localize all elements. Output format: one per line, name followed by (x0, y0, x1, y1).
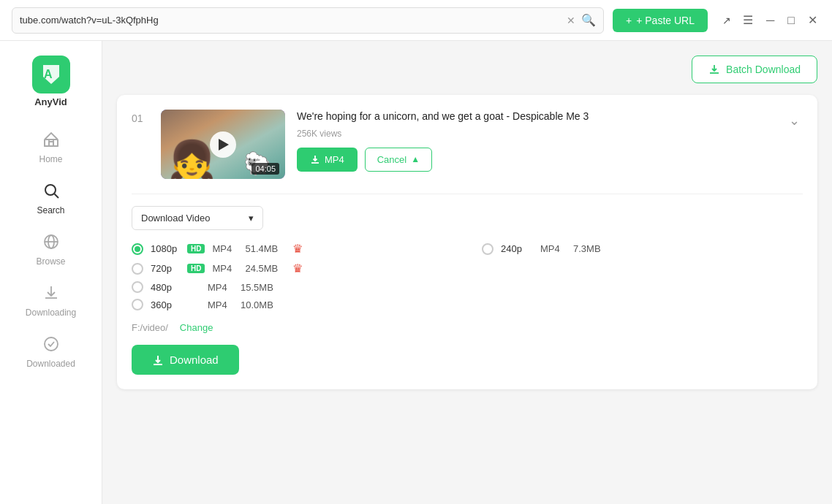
quality-format-480p: MP4 (208, 282, 233, 293)
video-views: 256K views (297, 129, 774, 139)
video-number: 01 (132, 110, 149, 124)
quality-label-360p: 360p (151, 299, 180, 310)
quality-option-360p[interactable]: 360p MP4 10.0MB (132, 299, 453, 310)
search-nav-icon (42, 182, 60, 202)
crown-icon-720p: ♛ (292, 261, 303, 275)
radio-360p[interactable] (132, 299, 143, 310)
app-name: AnyVid (34, 96, 67, 107)
quality-format-240p: MP4 (540, 243, 566, 254)
mp4-label: MP4 (325, 154, 344, 165)
top-bar: Batch Download (117, 56, 817, 83)
quality-option-1080p[interactable]: 1080p HD MP4 51.4MB ♛ (132, 242, 453, 256)
window-controls: ☰ ─ □ ✕ (740, 10, 820, 30)
batch-download-button[interactable]: Batch Download (692, 56, 817, 83)
sidebar-item-home[interactable]: Home (0, 122, 102, 173)
cursor-icon: ↗ (722, 15, 731, 26)
browse-label: Browse (36, 256, 65, 267)
quality-size-720p: 24.5MB (245, 263, 285, 274)
video-thumbnail: 👧 🐑 04:05 (161, 110, 285, 179)
quality-option-720p[interactable]: 720p HD MP4 24.5MB ♛ (132, 261, 453, 275)
svg-rect-2 (45, 140, 58, 146)
quality-size-480p: 15.5MB (241, 282, 281, 293)
home-label: Home (39, 154, 62, 164)
radio-480p[interactable] (132, 281, 143, 293)
downloaded-icon (42, 335, 60, 356)
quality-label-1080p: 1080p (151, 243, 180, 254)
download-btn-label: Download (170, 354, 219, 366)
hd-badge-1080p: HD (187, 244, 205, 253)
chevron-up-icon: ▲ (411, 154, 420, 164)
svg-line-4 (54, 194, 58, 199)
save-path: F:/video/ (132, 322, 168, 333)
url-bar: tube.com/watch?v=uL-3kQfphHg ✕ 🔍 (12, 7, 604, 34)
batch-download-icon (708, 64, 720, 75)
quality-format-1080p: MP4 (212, 243, 238, 254)
quality-size-240p: 7.3MB (573, 243, 613, 254)
dropdown-arrow-icon: ▾ (249, 213, 254, 224)
downloading-label: Downloading (26, 308, 76, 318)
change-button[interactable]: Change (180, 322, 213, 333)
url-clear-icon[interactable]: ✕ (567, 15, 575, 26)
search-icon: 🔍 (581, 13, 596, 27)
home-icon (42, 131, 60, 151)
svg-point-8 (45, 337, 58, 351)
video-title: We're hoping for a unicorn, and we get a… (297, 110, 774, 124)
quality-label-720p: 720p (151, 263, 180, 274)
paste-url-plus-icon: + (626, 15, 632, 26)
radio-240p[interactable] (482, 243, 493, 255)
svg-point-3 (45, 185, 56, 195)
svg-text:A: A (44, 68, 53, 80)
quality-format-360p: MP4 (208, 299, 233, 310)
play-triangle-icon (219, 139, 229, 150)
sidebar: A AnyVid Home Search (0, 41, 102, 504)
paste-url-button[interactable]: + + Paste URL (613, 9, 708, 32)
download-type-label: Download Video (141, 213, 210, 224)
menu-icon[interactable]: ☰ (740, 10, 756, 30)
play-button[interactable] (210, 131, 236, 158)
video-card: 01 👧 🐑 04:05 We're hoping for a unicorn,… (117, 95, 817, 389)
downloading-icon (42, 284, 60, 305)
app-logo: A (32, 56, 70, 93)
thumb-character-icon: 👧 (168, 141, 216, 179)
browse-icon (42, 233, 60, 253)
mp4-button[interactable]: MP4 (297, 148, 358, 172)
cancel-label: Cancel (377, 154, 406, 165)
quality-size-1080p: 51.4MB (245, 243, 285, 254)
mp4-download-icon (310, 154, 320, 164)
crown-icon-1080p: ♛ (292, 242, 303, 256)
batch-download-label: Batch Download (726, 64, 801, 75)
sidebar-item-browse[interactable]: Browse (0, 224, 102, 275)
quality-size-360p: 10.0MB (241, 299, 281, 310)
quality-option-240p[interactable]: 240p MP4 7.3MB (482, 242, 803, 256)
video-header: 01 👧 🐑 04:05 We're hoping for a unicorn,… (132, 110, 803, 179)
cancel-button[interactable]: Cancel ▲ (365, 148, 432, 172)
video-info: We're hoping for a unicorn, and we get a… (297, 110, 774, 172)
radio-720p[interactable] (132, 263, 143, 275)
sidebar-item-downloading[interactable]: Downloading (0, 275, 102, 327)
download-options: Download Video ▾ 1080p HD MP4 51.4MB ♛ (132, 194, 803, 375)
download-type-select[interactable]: Download Video ▾ (132, 206, 263, 230)
video-actions: MP4 Cancel ▲ (297, 148, 774, 172)
radio-1080p[interactable] (132, 243, 143, 255)
quality-option-480p[interactable]: 480p MP4 15.5MB (132, 281, 453, 293)
download-btn-icon (152, 354, 164, 366)
hd-badge-720p: HD (187, 264, 205, 273)
quality-grid: 1080p HD MP4 51.4MB ♛ 240p MP4 7.3MB (132, 242, 803, 310)
close-icon[interactable]: ✕ (805, 10, 820, 30)
minimize-icon[interactable]: ─ (763, 11, 777, 30)
dropdown-toggle[interactable]: ⌄ (786, 110, 803, 131)
download-footer: F:/video/ Change (132, 322, 803, 333)
quality-format-720p: MP4 (212, 263, 238, 274)
title-bar: tube.com/watch?v=uL-3kQfphHg ✕ 🔍 + + Pas… (0, 0, 832, 41)
maximize-icon[interactable]: □ (784, 11, 798, 30)
content-area: Batch Download 01 👧 🐑 04:05 We (102, 41, 832, 504)
paste-url-label: + Paste URL (636, 15, 695, 26)
sidebar-item-downloaded[interactable]: Downloaded (0, 327, 102, 378)
main-layout: A AnyVid Home Search (0, 41, 832, 504)
url-text: tube.com/watch?v=uL-3kQfphHg (20, 15, 561, 26)
quality-label-480p: 480p (151, 282, 180, 293)
video-duration: 04:05 (252, 163, 279, 175)
sidebar-item-search[interactable]: Search (0, 173, 102, 224)
downloaded-label: Downloaded (26, 359, 75, 369)
download-button[interactable]: Download (132, 345, 239, 375)
